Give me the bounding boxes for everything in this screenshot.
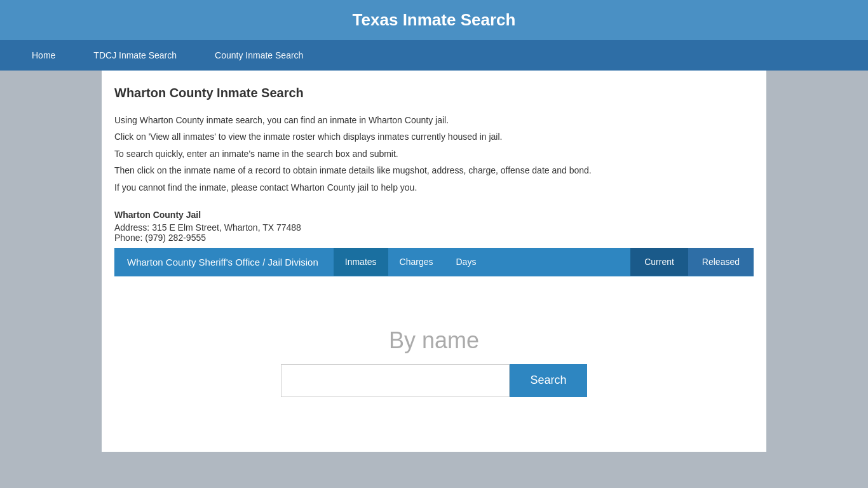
- tab-bar: Wharton County Sheriff's Office / Jail D…: [114, 248, 754, 276]
- desc-line-3: To search quickly, enter an inmate's nam…: [114, 147, 754, 161]
- tab-inmates[interactable]: Inmates: [334, 248, 388, 276]
- site-title: Texas Inmate Search: [0, 10, 868, 30]
- desc-line-4: Then click on the inmate name of a recor…: [114, 163, 754, 177]
- tab-charges[interactable]: Charges: [388, 248, 445, 276]
- main-nav: Home TDCJ Inmate Search County Inmate Se…: [0, 40, 868, 71]
- tab-current[interactable]: Current: [630, 248, 688, 276]
- desc-line-2: Click on 'View all inmates' to view the …: [114, 130, 754, 144]
- tab-days[interactable]: Days: [445, 248, 488, 276]
- jail-phone: Phone: (979) 282-9555: [114, 233, 754, 243]
- tab-group-left: Inmates Charges Days: [334, 248, 488, 276]
- search-row: Search: [114, 364, 754, 397]
- search-section: By name Search: [114, 327, 754, 423]
- jail-address: Address: 315 E Elm Street, Wharton, TX 7…: [114, 222, 754, 233]
- jail-name: Wharton County Jail: [114, 210, 754, 220]
- nav-tdcj[interactable]: TDCJ Inmate Search: [74, 40, 196, 71]
- jail-info: Wharton County Jail Address: 315 E Elm S…: [114, 210, 754, 243]
- site-header: Texas Inmate Search: [0, 0, 868, 40]
- nav-county[interactable]: County Inmate Search: [196, 40, 322, 71]
- search-input[interactable]: [281, 364, 510, 397]
- facility-name: Wharton County Sheriff's Office / Jail D…: [114, 248, 331, 276]
- content-area: Wharton County Inmate Search Using Whart…: [102, 71, 766, 452]
- nav-home[interactable]: Home: [13, 40, 74, 71]
- tab-group-right: Current Released: [630, 248, 754, 276]
- search-button[interactable]: Search: [510, 364, 587, 397]
- tab-released[interactable]: Released: [688, 248, 754, 276]
- desc-line-1: Using Wharton County inmate search, you …: [114, 113, 754, 127]
- description-block: Using Wharton County inmate search, you …: [114, 113, 754, 194]
- page-title: Wharton County Inmate Search: [114, 86, 754, 100]
- search-label: By name: [114, 327, 754, 354]
- desc-line-5: If you cannot find the inmate, please co…: [114, 180, 754, 194]
